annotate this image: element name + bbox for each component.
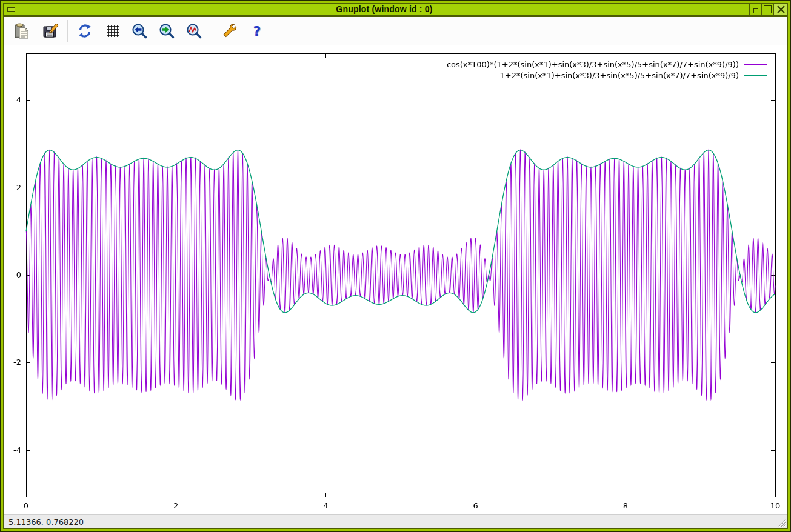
window-content: ? 0246810-4-2024 cos(x*100)*(1+2*(sin(x*… [3,16,788,529]
legend-label-series2: 1+2*(sin(x*1)+sin(x*3)/3+sin(x*5)/5+sin(… [500,71,739,80]
minimize-icon [753,8,758,13]
grid-button[interactable] [104,22,122,40]
x-tick-label: 0 [24,501,28,510]
minimize-button[interactable] [749,4,761,15]
maximize-icon [764,5,772,13]
autoscale-button[interactable] [185,22,203,40]
legend-row-series1: cos(x*100)*(1+2*(sin(x*1)+sin(x*3)/3+sin… [447,59,767,70]
zoom-next-icon [159,23,175,39]
save-button[interactable] [41,22,59,40]
legend-line-sample-series2 [744,75,767,76]
plot-area: 0246810-4-2024 cos(x*100)*(1+2*(sin(x*1)… [4,45,787,514]
zoom-previous-icon [132,23,147,39]
save-icon [42,22,59,39]
toolbar-separator [212,20,212,42]
plot-canvas[interactable] [4,45,787,514]
legend-line-sample-series1 [744,64,767,65]
replot-icon [77,23,93,39]
statusbar: 5.11366, 0.768220 [4,514,787,528]
x-tick-label: 4 [323,501,328,510]
legend: cos(x*100)*(1+2*(sin(x*1)+sin(x*3)/3+sin… [447,59,767,81]
window-menu-button[interactable] [4,4,19,15]
titlebar[interactable]: Gnuplot (window id : 0) [3,3,788,16]
legend-row-series2: 1+2*(sin(x*1)+sin(x*3)/3+sin(x*5)/5+sin(… [500,70,767,81]
settings-button[interactable] [221,22,239,40]
help-icon: ? [253,24,261,39]
maximize-button[interactable] [761,4,773,15]
zoom-next-button[interactable] [158,22,176,40]
x-tick-label: 8 [623,501,628,510]
toolbar-separator [67,20,68,42]
close-button[interactable] [773,4,787,15]
window-menu-icon [7,7,15,12]
y-tick-label: -2 [4,357,21,367]
close-icon [776,5,786,14]
autoscale-icon [186,23,202,39]
x-tick-label: 2 [173,501,178,510]
cursor-coordinates: 5.11366, 0.768220 [4,517,84,527]
gnuplot-window: Gnuplot (window id : 0) [0,0,791,532]
x-tick-label: 10 [770,501,781,510]
y-tick-label: 0 [4,270,21,279]
help-button[interactable]: ? [248,22,266,40]
y-tick-label: -4 [4,445,21,454]
settings-icon [221,22,238,39]
resize-grip[interactable] [776,517,786,527]
clipboard-button[interactable] [13,22,31,40]
replot-button[interactable] [76,22,94,40]
zoom-previous-button[interactable] [130,22,149,40]
y-tick-label: 2 [4,183,21,192]
legend-label-series1: cos(x*100)*(1+2*(sin(x*1)+sin(x*3)/3+sin… [447,60,739,69]
x-tick-label: 6 [473,501,478,510]
window-title: Gnuplot (window id : 0) [19,4,749,15]
clipboard-icon [13,22,30,39]
y-tick-label: 4 [4,95,21,104]
toolbar: ? [4,17,787,45]
grid-icon [105,24,120,38]
